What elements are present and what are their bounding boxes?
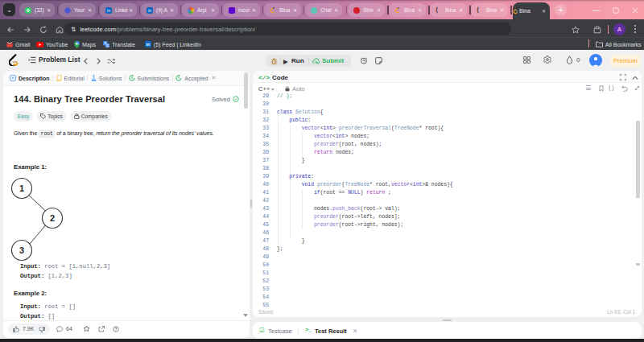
svg-text:文: 文: [106, 43, 109, 47]
svg-text:2: 2: [50, 213, 55, 223]
svg-text:1: 1: [19, 183, 24, 193]
svg-text:3: 3: [19, 245, 24, 255]
